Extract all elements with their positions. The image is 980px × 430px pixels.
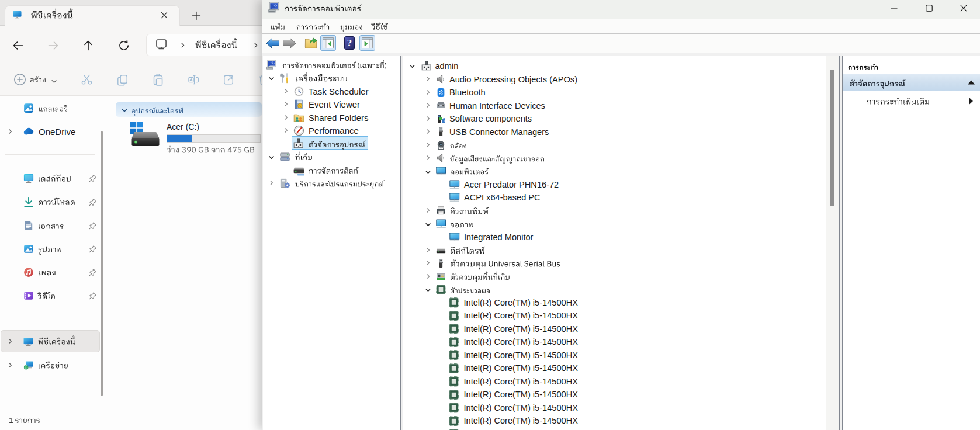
- svg-text:?: ?: [347, 37, 352, 48]
